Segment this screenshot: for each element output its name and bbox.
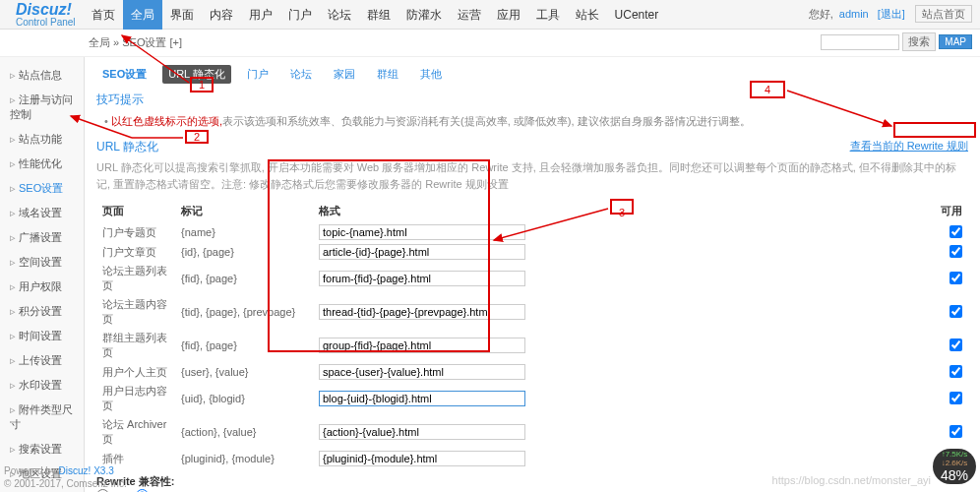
- sidebar-item-14[interactable]: ▹搜索设置: [0, 437, 84, 461]
- sidebar-item-1[interactable]: ▹注册与访问控制: [0, 88, 84, 127]
- breadcrumb: 全局 » SEO设置 [+]: [89, 36, 182, 48]
- cell-page: 用户日志内容页: [96, 382, 175, 415]
- site-home-button[interactable]: 站点首页: [915, 5, 972, 23]
- top-tab-6[interactable]: 论坛: [320, 0, 359, 30]
- sidebar-item-0[interactable]: ▹站点信息: [0, 63, 84, 88]
- cell-mark: {pluginid}, {module}: [175, 449, 313, 468]
- format-input[interactable]: [319, 391, 525, 406]
- sidebar-item-11[interactable]: ▹上传设置: [0, 348, 84, 373]
- format-input[interactable]: [319, 424, 525, 440]
- speed-badge: ↑7.5K/s ↓2.6K/s 48%: [933, 449, 976, 484]
- table-row: 门户专题页{name}: [96, 222, 968, 242]
- cell-format: [313, 329, 929, 362]
- sub-tab-4[interactable]: 群组: [371, 65, 404, 84]
- greeting: 您好,: [809, 8, 833, 20]
- sidebar-item-13[interactable]: ▹附件类型尺寸: [0, 398, 84, 437]
- sidebar-item-8[interactable]: ▹用户权限: [0, 275, 84, 299]
- top-tab-1[interactable]: 全局: [123, 0, 162, 30]
- top-tab-11[interactable]: 工具: [528, 0, 568, 30]
- cell-format: [313, 382, 929, 415]
- sub-tabs: SEO设置 URL 静态化门户论坛家园群组其他: [96, 65, 968, 84]
- cell-page: 用户个人主页: [96, 362, 175, 382]
- avail-checkbox[interactable]: [949, 365, 962, 378]
- cell-page: 门户文章页: [96, 242, 175, 262]
- sub-tab-5[interactable]: 其他: [414, 65, 448, 84]
- footer: Powered by Discuz! X3.3 © 2001-2017, Com…: [4, 464, 127, 490]
- cell-page: 论坛主题列表页: [96, 262, 175, 295]
- footer-link[interactable]: Discuz! X3.3: [59, 465, 114, 476]
- top-tab-5[interactable]: 门户: [280, 0, 320, 30]
- top-tab-3[interactable]: 内容: [202, 0, 241, 30]
- table-row: 群组主题列表页{fid}, {page}: [96, 329, 968, 362]
- sidebar-item-9[interactable]: ▹积分设置: [0, 299, 84, 324]
- map-button[interactable]: MAP: [939, 34, 972, 49]
- top-tab-10[interactable]: 应用: [489, 0, 528, 30]
- search-input[interactable]: [821, 34, 899, 50]
- sidebar-item-2[interactable]: ▹站点功能: [0, 127, 84, 152]
- watermark: https://blog.csdn.net/monster_ayi: [772, 474, 931, 486]
- cell-mark: {fid}, {page}: [175, 262, 313, 295]
- top-tab-8[interactable]: 防灌水: [398, 0, 450, 30]
- sidebar-item-5[interactable]: ▹域名设置: [0, 201, 84, 225]
- avail-checkbox[interactable]: [949, 305, 962, 318]
- section-title: URL 静态化: [96, 139, 158, 155]
- cell-mark: {uid}, {blogid}: [175, 382, 313, 415]
- cell-avail: [929, 362, 968, 382]
- format-input[interactable]: [319, 304, 525, 320]
- avail-checkbox[interactable]: [949, 338, 962, 351]
- badge-down: ↓2.6K/s: [942, 459, 968, 467]
- cell-mark: {action}, {value}: [175, 415, 313, 449]
- breadcrumb-bar: 全局 » SEO设置 [+] 搜索 MAP: [0, 30, 980, 57]
- avail-checkbox[interactable]: [949, 425, 962, 438]
- avail-checkbox[interactable]: [949, 392, 962, 404]
- format-input[interactable]: [319, 224, 525, 240]
- avail-checkbox[interactable]: [949, 245, 962, 258]
- top-tab-7[interactable]: 群组: [359, 0, 398, 30]
- logout-link[interactable]: [退出]: [878, 8, 905, 20]
- cell-page: 群组主题列表页: [96, 329, 175, 362]
- sub-tab-3[interactable]: 家园: [328, 65, 361, 84]
- search-button[interactable]: 搜索: [902, 32, 936, 51]
- table-row: 论坛主题内容页{tid}, {page}, {prevpage}: [96, 295, 968, 329]
- footer-copy: © 2001-2017, Comsenz Inc.: [4, 477, 127, 490]
- badge-up: ↑7.5K/s: [942, 450, 968, 459]
- sidebar-item-4[interactable]: ▹SEO设置: [0, 176, 84, 201]
- top-tab-4[interactable]: 用户: [241, 0, 280, 30]
- format-input[interactable]: [319, 244, 525, 260]
- sub-tab-1[interactable]: 门户: [241, 65, 275, 84]
- cell-avail: [929, 382, 968, 415]
- format-input[interactable]: [319, 451, 525, 466]
- avail-checkbox[interactable]: [949, 272, 962, 284]
- format-input[interactable]: [319, 364, 525, 380]
- view-rewrite-rules-link[interactable]: 查看当前的 Rewrite 规则: [850, 139, 968, 155]
- search-area: 搜索 MAP: [821, 32, 972, 51]
- sidebar-item-7[interactable]: ▹空间设置: [0, 250, 84, 275]
- section-title-row: URL 静态化 查看当前的 Rewrite 规则: [96, 139, 968, 155]
- cell-format: [313, 449, 929, 468]
- top-tab-9[interactable]: 运营: [450, 0, 489, 30]
- top-tab-0[interactable]: 首页: [84, 0, 123, 30]
- sidebar-item-12[interactable]: ▹水印设置: [0, 373, 84, 398]
- sidebar-item-6[interactable]: ▹广播设置: [0, 225, 84, 250]
- sidebar-item-3[interactable]: ▹性能优化: [0, 152, 84, 176]
- avail-checkbox[interactable]: [949, 225, 962, 238]
- sub-tab-0[interactable]: URL 静态化: [162, 65, 231, 84]
- format-input[interactable]: [319, 338, 525, 353]
- format-input[interactable]: [319, 271, 525, 286]
- sidebar: ▹站点信息▹注册与访问控制▹站点功能▹性能优化▹SEO设置▹域名设置▹广播设置▹…: [0, 57, 85, 492]
- cell-mark: {fid}, {page}: [175, 329, 313, 362]
- tips-text: • 以红色虚线标示的选项,表示该选项和系统效率、负载能力与资源消耗有关(提高效率…: [96, 114, 968, 129]
- badge-pct: 48%: [941, 467, 968, 483]
- top-tab-13[interactable]: UCenter: [607, 0, 667, 30]
- top-tab-12[interactable]: 站长: [568, 0, 607, 30]
- top-bar: Discuz! Control Panel 首页全局界面内容用户门户论坛群组防灌…: [0, 0, 980, 30]
- sub-tab-label: SEO设置: [96, 65, 153, 84]
- cell-format: [313, 362, 929, 382]
- sidebar-item-10[interactable]: ▹时间设置: [0, 324, 84, 348]
- username-link[interactable]: admin: [839, 8, 869, 20]
- top-tab-2[interactable]: 界面: [162, 0, 202, 30]
- tips-rest: 表示该选项和系统效率、负载能力与资源消耗有关(提高效率, 或降低效率), 建议依…: [222, 115, 751, 127]
- sub-tab-2[interactable]: 论坛: [284, 65, 318, 84]
- cell-avail: [929, 329, 968, 362]
- cell-avail: [929, 262, 968, 295]
